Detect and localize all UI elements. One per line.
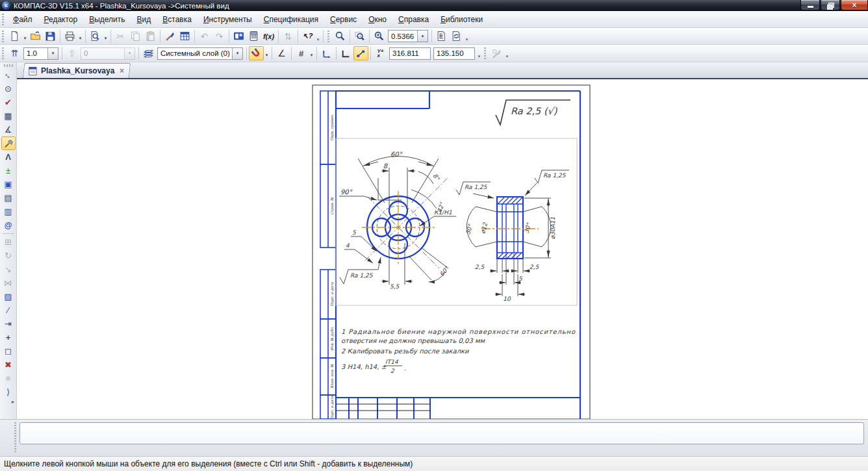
rebuild-view-button[interactable]	[434, 29, 449, 44]
property-bar-panel[interactable]	[19, 422, 864, 444]
menu-select[interactable]: Выделить	[83, 12, 131, 27]
menu-window[interactable]: Окно	[363, 12, 392, 27]
zoom-scale-dropdown[interactable]: ▾	[417, 31, 428, 42]
minimize-button[interactable]	[800, 0, 820, 10]
copy-button[interactable]	[128, 29, 143, 44]
rotate-objects-icon[interactable]: ↻	[1, 249, 16, 262]
contour-tool-icon[interactable]: ◻	[1, 344, 16, 358]
grid-button[interactable]: #	[294, 46, 309, 60]
editing-panel-icon[interactable]: ±	[1, 164, 16, 177]
scale-objects-icon[interactable]: ↘	[1, 262, 16, 276]
menu-service[interactable]: Сервис	[324, 12, 363, 27]
print-button[interactable]	[62, 29, 77, 44]
print-preview-button[interactable]	[88, 29, 103, 44]
layer-combo[interactable]: Системный слой (0) ▾	[157, 47, 243, 60]
copy-properties-button[interactable]	[162, 29, 177, 44]
context-help-button[interactable]: ↖?	[300, 29, 315, 44]
layer-shift-icon[interactable]: ⇧	[64, 46, 79, 60]
group-points-tool-icon[interactable]: ⟩	[1, 385, 16, 399]
renumber-button[interactable]: ⇅	[281, 29, 296, 44]
document-tab-label: Plashka_Kursovaya	[41, 66, 114, 75]
layers-button[interactable]	[141, 46, 156, 60]
window-layout-button[interactable]	[231, 29, 246, 44]
coordinate-y-field[interactable]: 135.150	[433, 47, 475, 60]
document-tab[interactable]: Plashka_Kursovaya ×	[23, 63, 131, 78]
menu-insert[interactable]: Вставка	[157, 12, 198, 27]
corner-snap-button[interactable]	[338, 46, 353, 60]
mini-toolbar-overflow[interactable]: ▾	[504, 46, 510, 60]
new-document-dropdown[interactable]: ▾	[22, 29, 28, 44]
layer-dropdown[interactable]: ▾	[232, 48, 242, 59]
copy-objects-icon[interactable]: ⊞	[1, 235, 16, 249]
align-tool-icon[interactable]: ≡	[1, 372, 16, 385]
toolbar-grip[interactable]	[2, 31, 4, 42]
snap-magnet-button[interactable]	[249, 46, 264, 60]
geometry-panel-button[interactable]	[1, 136, 16, 150]
zoom-area-button[interactable]	[333, 29, 348, 44]
menu-grip[interactable]	[2, 14, 4, 25]
delete-tool-icon[interactable]: ✖	[1, 358, 16, 372]
tab-close-icon[interactable]: ×	[120, 66, 124, 75]
menu-editor[interactable]: Редактор	[38, 12, 84, 27]
menu-libraries[interactable]: Библиотеки	[435, 12, 489, 27]
view-toolbar-grip[interactable]	[327, 31, 329, 42]
zoom-frame-button[interactable]	[352, 29, 367, 44]
hatch-tool-icon[interactable]: ▨	[1, 290, 16, 303]
new-document-button[interactable]	[7, 29, 22, 44]
scale-combo[interactable]: 1.0 ▾	[23, 47, 58, 60]
menu-help[interactable]: Справка	[392, 12, 435, 27]
fragment-tool-icon[interactable]: ▦	[1, 109, 16, 123]
zoom-in-button[interactable]	[372, 29, 387, 44]
cut-button[interactable]: ✂	[113, 29, 128, 44]
measurement-panel-icon[interactable]: ▤	[1, 191, 16, 205]
close-button[interactable]: ×	[841, 0, 868, 10]
restore-button[interactable]	[821, 0, 840, 10]
refresh-document-button[interactable]	[449, 29, 464, 44]
zoom-scale-combo[interactable]: 0.5366 ▾	[388, 30, 428, 42]
open-button[interactable]	[28, 29, 43, 44]
parameterization-panel-icon[interactable]: ▣	[1, 177, 16, 191]
align-boundary-tool-icon[interactable]: ⇥	[1, 317, 16, 331]
drawing-canvas[interactable]: Перв. примен. Справ. № Подп. и дата Инв.…	[17, 79, 868, 419]
panel-expander[interactable]: ▸	[12, 399, 14, 405]
menu-file[interactable]: Файл	[7, 12, 38, 27]
variables-fx-button[interactable]: f(x)	[261, 29, 276, 44]
measure-check-tool-icon[interactable]: ✔	[1, 95, 16, 109]
snap-magnet-dropdown[interactable]: ▾	[264, 46, 270, 60]
point-snap-button[interactable]	[353, 46, 368, 60]
split-curve-tool-icon[interactable]: ∕	[1, 303, 16, 317]
mini-toolbar-grip[interactable]	[484, 47, 486, 59]
drawing-sheet: Перв. примен. Справ. № Подп. и дата Инв.…	[17, 79, 868, 419]
scale-dropdown[interactable]: ▾	[47, 48, 58, 59]
print-dropdown[interactable]: ▾	[77, 29, 83, 44]
menu-tools[interactable]: Инструменты	[198, 12, 258, 27]
dimensions-panel-icon[interactable]: Λ	[1, 150, 16, 164]
measure-scale-icon[interactable]: ⇈	[7, 46, 22, 60]
specification-button[interactable]	[177, 29, 192, 44]
save-button[interactable]	[43, 29, 58, 44]
ortho-drawing-button[interactable]: ∠	[274, 46, 289, 60]
coordinate-x-field[interactable]: 316.811	[389, 47, 431, 60]
specification-panel-icon[interactable]: ▥	[1, 205, 16, 218]
undo-button[interactable]: ↶	[197, 29, 212, 44]
svg-text:4: 4	[346, 242, 350, 249]
grid-dropdown[interactable]: ▾	[309, 46, 314, 60]
axis-cross-tool-icon[interactable]: +	[1, 331, 16, 344]
state-toolbar-grip[interactable]	[2, 47, 4, 59]
document-tab-bar: Plashka_Kursovaya ×	[17, 62, 868, 79]
mirror-objects-icon[interactable]: ⋈	[1, 276, 16, 290]
reports-panel-icon[interactable]: @	[1, 218, 16, 232]
calculator-button[interactable]	[246, 29, 261, 44]
view-toolbar-overflow[interactable]: ▾	[464, 29, 470, 44]
menu-view[interactable]: Вид	[131, 12, 157, 27]
toolbar-overflow[interactable]: ▾	[315, 29, 321, 44]
property-bar-grip[interactable]	[14, 422, 16, 452]
menu-specification[interactable]: Спецификация	[258, 12, 324, 27]
local-cs-button[interactable]	[319, 46, 334, 60]
redo-button[interactable]: ↷	[212, 29, 227, 44]
preview-dropdown[interactable]: ▾	[103, 29, 108, 44]
angle-tool-icon[interactable]: ∡	[1, 123, 16, 136]
style-brush-button[interactable]	[489, 46, 504, 60]
state-toolbar-overflow[interactable]: ▾	[476, 46, 482, 60]
paste-button[interactable]	[143, 29, 158, 44]
